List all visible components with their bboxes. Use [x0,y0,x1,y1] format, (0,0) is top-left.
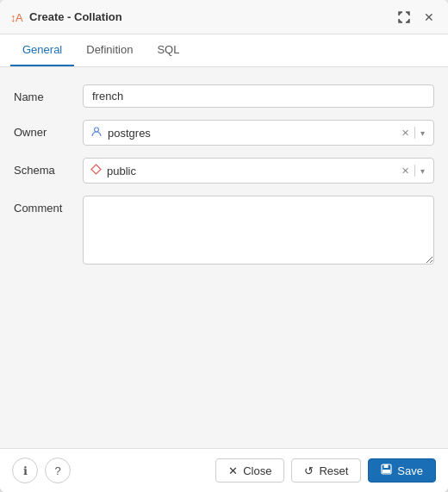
expand-button[interactable] [395,9,414,25]
owner-clear-button[interactable]: ✕ [400,126,411,140]
owner-control: postgres ✕ ▾ [83,120,434,146]
schema-icon [90,164,102,177]
collation-icon: ↕ A [10,10,24,24]
schema-label: Schema [14,158,83,177]
svg-rect-4 [384,464,389,468]
titlebar-left: ↕ A Create - Collation [10,10,122,24]
close-window-button[interactable]: ✕ [420,9,438,26]
save-icon [381,464,392,477]
close-button[interactable]: ✕ Close [215,458,284,483]
name-label: Name [14,84,83,103]
schema-row: Schema public ✕ ▾ [14,158,434,184]
help-icon: ? [54,464,60,477]
owner-value: postgres [108,127,395,140]
save-button[interactable]: Save [368,458,436,483]
help-button[interactable]: ? [45,458,71,483]
owner-icon [90,126,103,140]
comment-label: Comment [14,196,83,215]
reset-label: Reset [319,464,348,477]
info-icon: ℹ [23,464,28,477]
tab-sql[interactable]: SQL [145,34,191,66]
close-icon: ✕ [228,464,238,477]
reset-icon: ↺ [304,464,314,477]
footer-right-actions: ✕ Close ↺ Reset Save [215,458,436,483]
close-label: Close [243,464,271,477]
schema-divider [414,165,415,177]
save-label: Save [397,464,423,477]
comment-textarea[interactable] [83,196,434,265]
tabs-bar: General Definition SQL [0,34,448,67]
comment-row: Comment [14,196,434,267]
titlebar-actions: ✕ [395,9,438,26]
owner-row: Owner postgres ✕ ▾ [14,120,434,146]
svg-text:A: A [16,11,23,24]
footer: ℹ ? ✕ Close ↺ Reset [0,448,448,492]
schema-select-actions: ✕ ▾ [400,164,426,178]
titlebar: ↕ A Create - Collation ✕ [0,0,448,34]
schema-value: public [107,165,395,177]
info-button[interactable]: ℹ [12,458,38,483]
svg-point-2 [95,128,99,132]
name-control [83,84,434,108]
owner-dropdown-arrow[interactable]: ▾ [419,127,426,140]
dialog-title: Create - Collation [29,10,122,23]
comment-control [83,196,434,267]
owner-divider [414,127,415,139]
schema-control: public ✕ ▾ [83,158,434,184]
schema-select[interactable]: public ✕ ▾ [83,158,434,184]
form-content: Name Owner postgres ✕ [0,67,448,448]
svg-rect-5 [383,470,390,473]
tab-general[interactable]: General [10,34,74,66]
tab-definition[interactable]: Definition [74,34,145,66]
schema-clear-button[interactable]: ✕ [400,164,411,178]
dialog: ↕ A Create - Collation ✕ General Definit… [0,0,448,492]
owner-select[interactable]: postgres ✕ ▾ [83,120,434,146]
name-input[interactable] [83,84,434,108]
reset-button[interactable]: ↺ Reset [291,458,361,483]
schema-dropdown-arrow[interactable]: ▾ [419,165,426,177]
name-row: Name [14,84,434,108]
footer-left-actions: ℹ ? [12,458,71,483]
owner-select-actions: ✕ ▾ [400,126,426,140]
owner-label: Owner [14,120,83,139]
